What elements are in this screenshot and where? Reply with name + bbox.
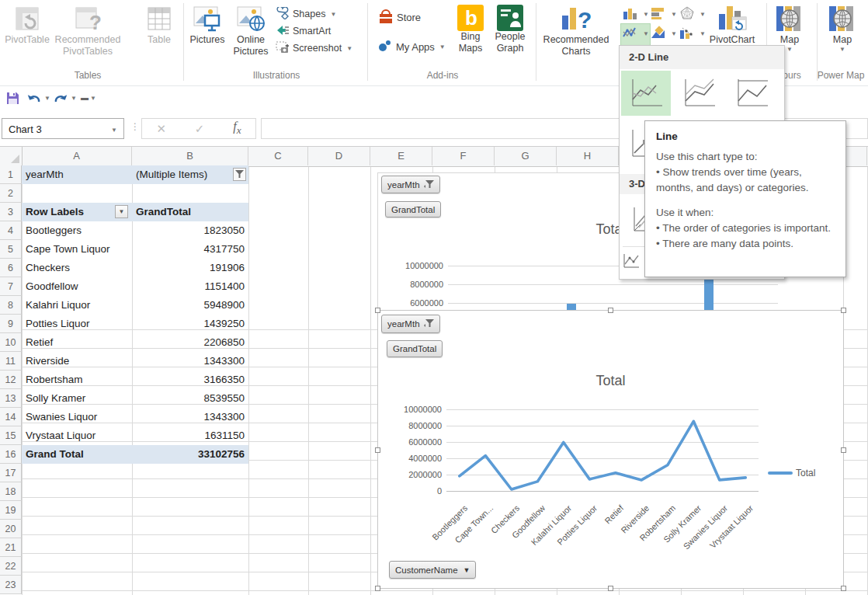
pivot-row-value[interactable]: 1823050	[136, 221, 245, 240]
people-graph-button[interactable]: People Graph	[491, 3, 529, 54]
row-header-9[interactable]: 9	[0, 315, 22, 333]
row-header-22[interactable]: 22	[0, 557, 22, 576]
smartart-button[interactable]: SmartArt	[276, 23, 331, 39]
pivot-filter-button[interactable]	[233, 168, 246, 181]
pivot-row-label[interactable]: Retief	[26, 333, 130, 352]
row-header-8[interactable]: 8	[0, 296, 22, 315]
row-header-4[interactable]: 4	[0, 221, 22, 240]
row-header-12[interactable]: 12	[0, 371, 22, 389]
screenshot-button[interactable]: Screenshot▼	[276, 40, 352, 56]
pivot-row-label[interactable]: Goodfellow	[26, 277, 130, 296]
pivot-line-chart[interactable]: yearMth GrandTotal Total 100000008000000…	[377, 310, 844, 589]
pivot-row-value[interactable]: 1343300	[136, 408, 245, 426]
selection-handle[interactable]	[608, 586, 613, 591]
pivot-row-value[interactable]: 5948900	[136, 296, 245, 315]
row-header-17[interactable]: 17	[0, 464, 22, 482]
insert-column-chart-button[interactable]: ▼	[623, 6, 649, 22]
chart-value-field-button[interactable]: GrandTotal	[387, 340, 443, 357]
row-header-7[interactable]: 7	[0, 277, 22, 296]
row-header-13[interactable]: 13	[0, 389, 22, 408]
selection-handle[interactable]	[375, 447, 380, 453]
column-header-E[interactable]: E	[370, 147, 432, 165]
selection-handle[interactable]	[841, 586, 846, 591]
recommended-charts-button[interactable]: ? Recommended Charts	[541, 3, 611, 57]
pivot-row-value[interactable]: 1343300	[136, 352, 245, 371]
row-header-23[interactable]: 23	[0, 576, 22, 594]
menu-item-more-line-charts[interactable]	[621, 251, 641, 271]
customize-qat-button[interactable]: ▬▼	[81, 93, 96, 102]
insert-scatter-chart-button[interactable]: ▼	[679, 26, 706, 41]
pivot-row-label[interactable]: Riverside	[26, 352, 130, 371]
pivotchart-button[interactable]: PivotChart	[707, 3, 758, 46]
pivot-row-value[interactable]: 1631150	[136, 426, 245, 445]
row-header-15[interactable]: 15	[0, 426, 22, 445]
my-apps-button[interactable]: My Apps▼	[377, 39, 446, 54]
select-all-corner[interactable]	[0, 147, 23, 165]
pivot-row-value[interactable]: 3166350	[136, 371, 245, 389]
cell-b16-grand-total-value[interactable]: 33102756	[136, 445, 245, 464]
chart-axis-field-button[interactable]: CustomerName ▼	[389, 561, 476, 579]
menu-item-100-stacked-line[interactable]	[727, 71, 776, 116]
online-pictures-button[interactable]: Online Pictures	[230, 3, 272, 57]
cell-b3-grandtotal[interactable]: GrandTotal	[136, 203, 245, 221]
insert-radar-chart-button[interactable]: ▼	[679, 6, 706, 22]
cell-a3-row-labels[interactable]: Row Labels	[26, 203, 111, 221]
row-header-1[interactable]: 1	[0, 165, 22, 184]
column-header-F[interactable]: F	[432, 147, 495, 165]
row-header-2[interactable]: 2	[0, 184, 22, 203]
chart-legend[interactable]: Total	[768, 468, 815, 478]
shapes-button[interactable]: Shapes▼	[276, 6, 336, 22]
pivot-row-label[interactable]: Vrystaat Liquor	[26, 426, 130, 445]
row-header-6[interactable]: 6	[0, 259, 22, 277]
menu-item-line[interactable]	[621, 71, 671, 116]
row-header-16[interactable]: 16	[0, 445, 22, 464]
redo-dropdown-arrow[interactable]: ▼	[71, 95, 77, 102]
selection-handle[interactable]	[841, 447, 846, 453]
column-header-D[interactable]: D	[308, 147, 370, 165]
name-box[interactable]: Chart 3 ▼	[2, 118, 124, 139]
row-header-19[interactable]: 19	[0, 501, 22, 520]
row-header-18[interactable]: 18	[0, 482, 22, 501]
undo-dropdown-arrow[interactable]: ▼	[44, 95, 50, 102]
pivot-row-value[interactable]: 4317750	[136, 240, 245, 259]
row-header-11[interactable]: 11	[0, 352, 22, 371]
pivot-row-value[interactable]: 1439250	[136, 315, 245, 333]
bing-maps-button[interactable]: b Bing Maps	[452, 3, 489, 54]
name-box-splitter[interactable]: ⋮	[130, 121, 140, 132]
map-power-map-button[interactable]: Map ▼	[823, 3, 862, 53]
save-button[interactable]	[6, 92, 19, 108]
row-header-5[interactable]: 5	[0, 240, 22, 259]
column-header-H[interactable]: H	[557, 147, 619, 165]
selection-handle[interactable]	[375, 308, 380, 313]
insert-line-chart-button[interactable]: ▼	[623, 26, 649, 41]
insert-bar-chart-button[interactable]: ▼	[651, 6, 677, 22]
undo-button[interactable]	[26, 92, 42, 108]
column-header-B[interactable]: B	[132, 147, 248, 165]
name-box-dropdown-arrow[interactable]: ▼	[111, 120, 117, 141]
pivot-row-label[interactable]: Solly Kramer	[26, 389, 130, 408]
pivot-row-label[interactable]: Robertsham	[26, 371, 130, 389]
insert-function-button[interactable]: fx	[233, 120, 241, 137]
selection-handle[interactable]	[375, 586, 380, 591]
pivot-row-label[interactable]: Swanies Liquor	[26, 408, 130, 426]
cell-a1[interactable]: yearMth	[26, 165, 130, 184]
pivot-row-label[interactable]: Potties Liquor	[26, 315, 130, 333]
insert-area-chart-button[interactable]: ▼	[651, 26, 677, 41]
chart-filter-field-button[interactable]: yearMth	[381, 176, 440, 193]
menu-item-stacked-line[interactable]	[674, 71, 724, 116]
column-header-G[interactable]: G	[495, 147, 557, 165]
row-header-20[interactable]: 20	[0, 520, 22, 538]
pivot-row-label[interactable]: Checkers	[26, 259, 130, 277]
selection-handle[interactable]	[841, 308, 846, 313]
pivot-row-value[interactable]: 2206850	[136, 333, 245, 352]
column-header-A[interactable]: A	[22, 147, 132, 165]
pivot-row-value[interactable]: 8539550	[136, 389, 245, 408]
cell-a16-grand-total[interactable]: Grand Total	[26, 445, 130, 464]
row-header-10[interactable]: 10	[0, 333, 22, 352]
redo-button[interactable]	[53, 92, 68, 108]
selection-handle[interactable]	[608, 308, 613, 313]
pictures-button[interactable]: Pictures	[186, 3, 228, 46]
column-header-C[interactable]: C	[248, 147, 308, 165]
pivot-row-value[interactable]: 191906	[136, 259, 245, 277]
store-button[interactable]: Store	[378, 9, 421, 25]
